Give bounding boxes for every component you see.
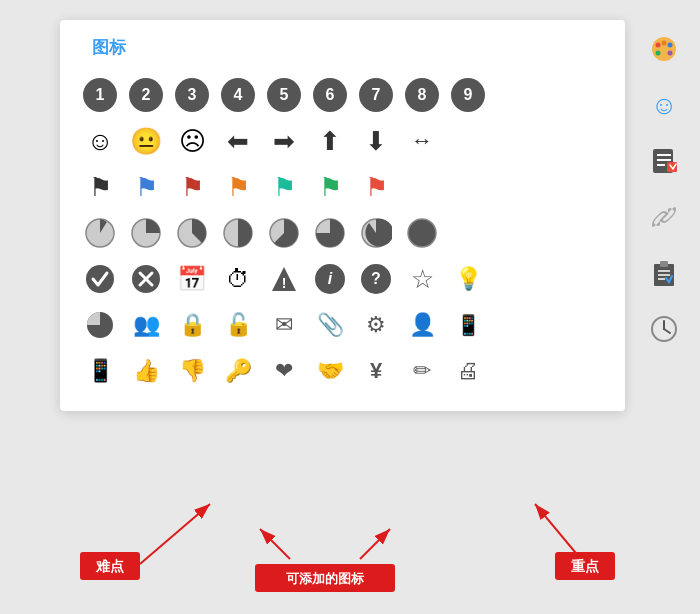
svg-point-13 xyxy=(656,43,661,48)
svg-rect-25 xyxy=(660,261,668,267)
pie-8-icon[interactable] xyxy=(400,211,444,255)
flag-darkred-icon[interactable]: ⚑ xyxy=(170,165,214,209)
thumbup-icon[interactable]: 👍 xyxy=(124,349,168,393)
svg-line-38 xyxy=(260,529,290,559)
svg-point-16 xyxy=(668,51,673,56)
tablet-icon[interactable]: 📱 xyxy=(78,349,122,393)
checkmark-icon[interactable] xyxy=(78,257,122,301)
flag-green-icon[interactable]: ⚑ xyxy=(308,165,352,209)
arrow-up-icon[interactable]: ⬆ xyxy=(308,119,352,163)
question-icon[interactable]: ? xyxy=(354,257,398,301)
printer-icon[interactable]: 🖨 xyxy=(446,349,490,393)
thumbdown-icon[interactable]: 👎 xyxy=(170,349,214,393)
num-5-icon[interactable]: 5 xyxy=(262,73,306,117)
num-2-icon[interactable]: 2 xyxy=(124,73,168,117)
yen-icon[interactable]: ¥ xyxy=(354,349,398,393)
svg-point-7 xyxy=(408,219,436,247)
number-row: 1 2 3 4 5 6 7 8 9 xyxy=(78,73,607,117)
flag-black-icon[interactable]: ⚑ xyxy=(78,165,122,209)
svg-text:!: ! xyxy=(282,275,287,291)
unlock-icon[interactable]: 🔓 xyxy=(216,303,260,347)
notes-sidebar-icon[interactable] xyxy=(645,142,683,180)
arrow-left-icon[interactable]: ⬅ xyxy=(216,119,260,163)
svg-point-17 xyxy=(662,41,667,46)
pie-4-icon[interactable] xyxy=(216,211,260,255)
pencil-icon[interactable]: ✏ xyxy=(400,349,444,393)
flags-row: ⚑ ⚑ ⚑ ⚑ ⚑ ⚑ ⚑ xyxy=(78,165,607,209)
link-sidebar-icon[interactable] xyxy=(645,198,683,236)
num-9-icon[interactable]: 9 xyxy=(446,73,490,117)
clock-sidebar-icon[interactable] xyxy=(645,310,683,348)
handshake-icon[interactable]: 🤝 xyxy=(308,349,352,393)
num-6-icon[interactable]: 6 xyxy=(308,73,352,117)
zhongdian-annotation: 重点 xyxy=(485,464,645,594)
person-icon[interactable]: 👤 xyxy=(400,303,444,347)
num-7-icon[interactable]: 7 xyxy=(354,73,398,117)
right-sidebar: ☺ xyxy=(638,20,690,348)
pie-5-icon[interactable] xyxy=(262,211,306,255)
svg-text:难点: 难点 xyxy=(95,558,124,574)
svg-point-8 xyxy=(86,265,114,293)
heart-icon[interactable]: ❤ xyxy=(262,349,306,393)
pie-7-icon[interactable] xyxy=(354,211,398,255)
svg-line-33 xyxy=(140,504,210,564)
paperclip-icon[interactable]: 📎 xyxy=(308,303,352,347)
num-1-icon[interactable]: 1 xyxy=(78,73,122,117)
pie-small-icon[interactable] xyxy=(78,303,122,347)
outer-container: ▶ 图标 1 2 3 4 5 6 7 8 9 ☺ 😐 ☹ ⬅ ➡ ⬆ ⬇ ↔ xyxy=(0,0,700,614)
x-circle-icon[interactable] xyxy=(124,257,168,301)
flag-blue-icon[interactable]: ⚑ xyxy=(124,165,168,209)
key-icon[interactable]: 🔑 xyxy=(216,349,260,393)
palette-sidebar-icon[interactable] xyxy=(645,30,683,68)
pie-2-icon[interactable] xyxy=(124,211,168,255)
calendar-icon[interactable]: 📅 xyxy=(170,257,214,301)
faces-arrows-row: ☺ 😐 ☹ ⬅ ➡ ⬆ ⬇ ↔ xyxy=(78,119,607,163)
arrow-right-icon[interactable]: ➡ xyxy=(262,119,306,163)
star-icon[interactable]: ☆ xyxy=(400,257,444,301)
info-icon[interactable]: i xyxy=(308,257,352,301)
warning-icon[interactable]: ! xyxy=(262,257,306,301)
lock-icon[interactable]: 🔒 xyxy=(170,303,214,347)
clipboard-sidebar-icon[interactable] xyxy=(645,254,683,292)
phone-icon[interactable]: 📱 xyxy=(446,303,490,347)
smiley-sidebar-icon[interactable]: ☺ xyxy=(645,86,683,124)
neutral-icon[interactable]: 😐 xyxy=(124,119,168,163)
utility-icons-row: 👥 🔒 🔓 ✉ 📎 ⚙ 👤 📱 xyxy=(78,303,607,347)
misc-icons-row: 📅 ⏱ ! i ? ☆ 💡 xyxy=(78,257,607,301)
arrow-leftright-icon[interactable]: ↔ xyxy=(400,119,444,163)
icon-panel: 图标 1 2 3 4 5 6 7 8 9 ☺ 😐 ☹ ⬅ ➡ ⬆ ⬇ ↔ ⚑ xyxy=(60,20,625,411)
lightbulb-icon[interactable]: 💡 xyxy=(446,257,490,301)
arrow-down-icon[interactable]: ⬇ xyxy=(354,119,398,163)
smile-icon[interactable]: ☺ xyxy=(78,119,122,163)
num-4-icon[interactable]: 4 xyxy=(216,73,260,117)
svg-line-23 xyxy=(660,213,668,221)
panel-header: 图标 xyxy=(78,36,607,59)
addable-annotation: 可添加的图标 xyxy=(230,514,430,604)
group-icon[interactable]: 👥 xyxy=(124,303,168,347)
timer-icon[interactable]: ⏱ xyxy=(216,257,260,301)
svg-point-14 xyxy=(668,43,673,48)
panel-title: 图标 xyxy=(92,36,126,59)
sad-icon[interactable]: ☹ xyxy=(170,119,214,163)
mail-icon[interactable]: ✉ xyxy=(262,303,306,347)
pie-charts-row xyxy=(78,211,607,255)
svg-line-31 xyxy=(664,329,670,333)
flag-teal-icon[interactable]: ⚑ xyxy=(262,165,306,209)
pie-6-icon[interactable] xyxy=(308,211,352,255)
gear-icon[interactable]: ⚙ xyxy=(354,303,398,347)
pie-3-icon[interactable] xyxy=(170,211,214,255)
svg-point-15 xyxy=(656,51,661,56)
flag-orange-icon[interactable]: ⚑ xyxy=(216,165,260,209)
svg-text:可添加的图标: 可添加的图标 xyxy=(286,571,365,586)
svg-line-39 xyxy=(360,529,390,559)
flag-red-icon[interactable]: ⚑ xyxy=(354,165,398,209)
pie-1-icon[interactable] xyxy=(78,211,122,255)
extra-icons-row: 📱 👍 👎 🔑 ❤ 🤝 ¥ ✏ 🖨 xyxy=(78,349,607,393)
svg-text:重点: 重点 xyxy=(571,558,599,574)
num-8-icon[interactable]: 8 xyxy=(400,73,444,117)
num-3-icon[interactable]: 3 xyxy=(170,73,214,117)
